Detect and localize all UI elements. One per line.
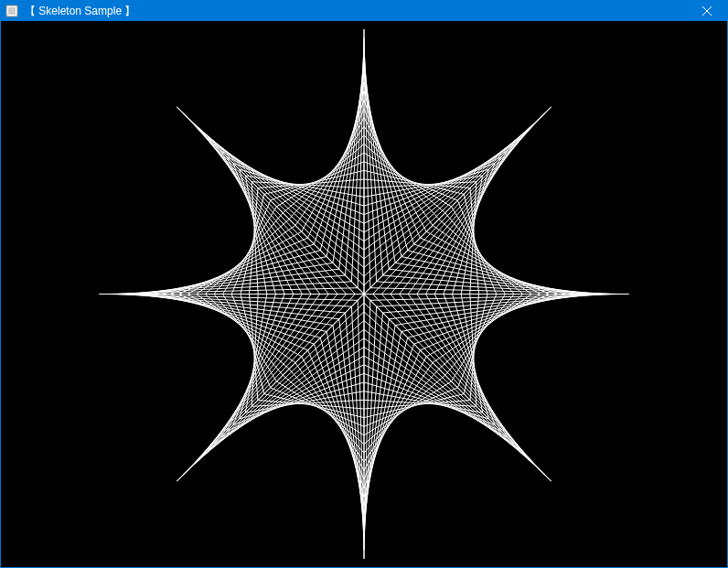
svg-line-208	[205, 220, 289, 295]
svg-line-84	[439, 295, 523, 370]
close-button[interactable]	[686, 1, 727, 21]
svg-line-22	[364, 135, 439, 220]
close-icon	[702, 6, 712, 16]
window-title: 【 Skeleton Sample 】	[25, 4, 135, 19]
svg-line-206	[223, 207, 277, 295]
app-icon	[5, 4, 19, 18]
svg-line-94	[377, 295, 612, 307]
svg-line-144	[276, 381, 364, 435]
svg-line-127	[364, 295, 551, 482]
svg-line-65	[364, 107, 551, 295]
svg-line-25	[364, 109, 420, 238]
svg-rect-1	[8, 7, 16, 15]
svg-line-87	[420, 295, 549, 350]
svg-line-251	[177, 107, 364, 295]
svg-line-95	[370, 295, 620, 301]
titlebar[interactable]: 【 Skeleton Sample 】	[1, 1, 727, 21]
client-area	[1, 21, 727, 567]
app-window: 【 Skeleton Sample 】	[0, 0, 728, 568]
svg-line-126	[364, 303, 545, 475]
drawing-canvas	[1, 21, 727, 567]
svg-line-146	[289, 369, 364, 453]
svg-line-157	[358, 300, 364, 550]
svg-line-82	[452, 295, 506, 382]
svg-line-218	[117, 282, 352, 295]
svg-line-64	[373, 113, 545, 295]
svg-line-211	[178, 238, 307, 294]
svg-line-149	[308, 350, 364, 479]
svg-line-189	[177, 295, 364, 482]
svg-line-219	[108, 288, 358, 295]
svg-line-33	[364, 38, 370, 288]
svg-line-188	[183, 295, 355, 476]
svg-line-156	[351, 306, 364, 541]
svg-line-32	[364, 47, 377, 282]
svg-line-20	[364, 153, 452, 207]
svg-line-250	[183, 113, 364, 285]
